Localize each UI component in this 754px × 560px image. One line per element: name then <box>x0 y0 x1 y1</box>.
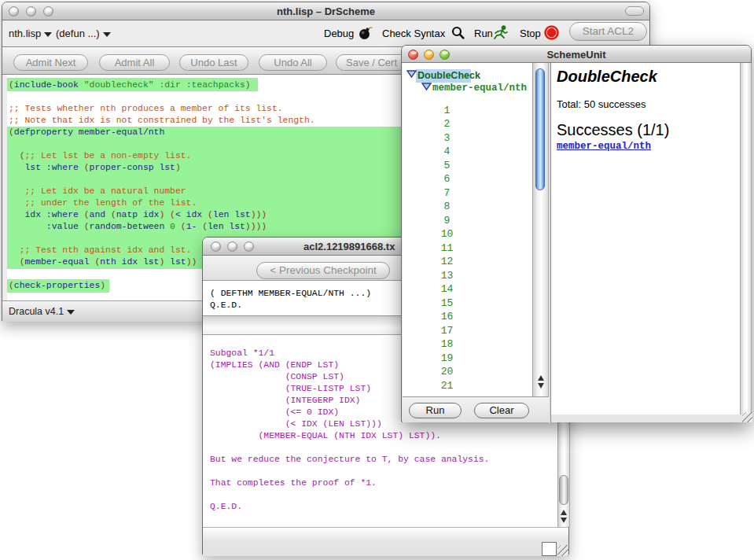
tree-test-7[interactable]: 7 <box>403 187 491 199</box>
scroll-down-arrow[interactable] <box>538 383 544 389</box>
tree-test-16[interactable]: 16 <box>403 311 491 322</box>
defun-dropdown[interactable]: (defun ...) <box>56 28 111 39</box>
tree-test-5[interactable]: 5 <box>403 160 491 171</box>
dracula-button-admit-next[interactable]: Admit Next <box>13 54 88 71</box>
tree-test-15[interactable]: 15 <box>403 297 491 309</box>
tree-test-13[interactable]: 13 <box>403 270 491 282</box>
close-button[interactable] <box>211 241 221 252</box>
results-total: Total: 50 successes <box>557 98 645 110</box>
dracula-version-dropdown[interactable]: Dracula v4.1 <box>9 306 75 317</box>
magnifier-icon[interactable] <box>451 26 465 39</box>
tree-item-doublecheck[interactable]: DoubleCheck <box>417 70 480 81</box>
start-acl2-button[interactable]: Start ACL2 <box>569 22 647 41</box>
tree-test-12[interactable]: 12 <box>403 256 491 267</box>
tree-test-20[interactable]: 20 <box>403 366 491 378</box>
schemeunit-button-bar: Run Clear <box>403 396 549 422</box>
run-tests-button[interactable]: Run <box>409 403 462 418</box>
drscheme-toolbar: nth.lisp (defun ...) Debug Check Syntax … <box>2 20 649 46</box>
stop-icon[interactable] <box>544 25 559 40</box>
scroll-down-arrow[interactable] <box>561 518 567 523</box>
tree-test-1[interactable]: 1 <box>403 105 491 116</box>
tree-test-3[interactable]: 3 <box>403 132 491 144</box>
window-title: nth.lisp – DrScheme <box>2 6 649 17</box>
success-link[interactable]: member-equal/nth <box>557 141 651 152</box>
dracula-button-undo-last[interactable]: Undo Last <box>179 54 248 71</box>
tree-test-11[interactable]: 11 <box>403 242 491 254</box>
chevron-down-icon <box>67 310 75 315</box>
test-tree[interactable]: DoubleCheck member-equal/nth 12345678910… <box>403 63 532 396</box>
window-title: acl2.1219891668.tx <box>303 241 395 252</box>
tree-test-21[interactable]: 21 <box>403 380 491 392</box>
results-pane[interactable]: DoubleCheck Total: 50 successes Successe… <box>551 63 740 414</box>
drscheme-titlebar[interactable]: nth.lisp – DrScheme <box>2 2 649 20</box>
previous-checkpoint-button[interactable]: < Previous Checkpoint <box>256 262 390 279</box>
resize-grip[interactable] <box>742 412 752 422</box>
tree-test-18[interactable]: 18 <box>403 338 491 350</box>
tree-test-6[interactable]: 6 <box>403 173 491 185</box>
window-title: SchemeUnit <box>402 49 751 61</box>
scrollbar-thumb[interactable] <box>535 68 545 190</box>
tree-test-8[interactable]: 8 <box>403 201 491 212</box>
successes-heading: Successes (1/1) <box>557 121 669 139</box>
tree-test-10[interactable]: 10 <box>403 228 491 240</box>
schemeunit-bottom-edge <box>551 414 752 422</box>
scroll-up-arrow[interactable] <box>538 375 544 381</box>
tree-test-17[interactable]: 17 <box>403 325 491 337</box>
acl2-summary-text: ( DEFTHM MEMBER-EQUAL/NTH ...) Q.E.D. <box>210 288 371 311</box>
scrollbar-thumb[interactable] <box>559 475 568 505</box>
desktop: nth.lisp – DrScheme nth.lisp (defun ...)… <box>0 0 754 560</box>
file-dropdown[interactable]: nth.lisp <box>9 28 52 39</box>
bomb-icon[interactable] <box>358 26 373 40</box>
resize-grip[interactable] <box>557 545 568 556</box>
stop-button[interactable]: Stop <box>520 28 541 39</box>
results-scrollbar[interactable] <box>740 63 752 414</box>
disclosure-triangle-icon[interactable] <box>406 70 417 78</box>
clear-button[interactable]: Clear <box>474 403 529 418</box>
run-button[interactable]: Run <box>474 28 493 39</box>
runner-icon[interactable] <box>493 25 509 40</box>
debug-button[interactable]: Debug <box>324 28 354 39</box>
editor-lock-box[interactable] <box>542 542 557 556</box>
results-heading: DoubleCheck <box>557 68 657 86</box>
schemeunit-window: SchemeUnit DoubleCheck member-equal/nth … <box>401 45 752 422</box>
scroll-up-arrow[interactable] <box>561 510 567 515</box>
tree-test-19[interactable]: 19 <box>403 352 491 364</box>
tree-scrollbar[interactable] <box>532 63 549 397</box>
toolbar-collapse-widget[interactable] <box>625 6 644 16</box>
chevron-down-icon <box>103 32 111 37</box>
disclosure-triangle-icon[interactable] <box>421 83 432 90</box>
dracula-button-save-cert[interactable]: Save / Cert <box>336 54 407 71</box>
acl2-bottom-bar <box>203 527 568 556</box>
zoom-button[interactable] <box>244 241 254 252</box>
check-syntax-button[interactable]: Check Syntax <box>382 28 445 39</box>
minimize-button[interactable] <box>227 241 237 252</box>
tree-test-14[interactable]: 14 <box>403 283 491 295</box>
chevron-down-icon <box>44 32 52 37</box>
schemeunit-titlebar[interactable]: SchemeUnit <box>402 46 751 63</box>
tree-test-9[interactable]: 9 <box>403 215 491 227</box>
dracula-button-undo-all[interactable]: Undo All <box>259 54 327 71</box>
tree-test-2[interactable]: 2 <box>403 118 491 130</box>
dracula-button-admit-all[interactable]: Admit All <box>99 54 170 71</box>
tree-item-member-equal-nth[interactable]: member-equal/nth <box>432 83 527 94</box>
tree-test-4[interactable]: 4 <box>403 146 491 157</box>
